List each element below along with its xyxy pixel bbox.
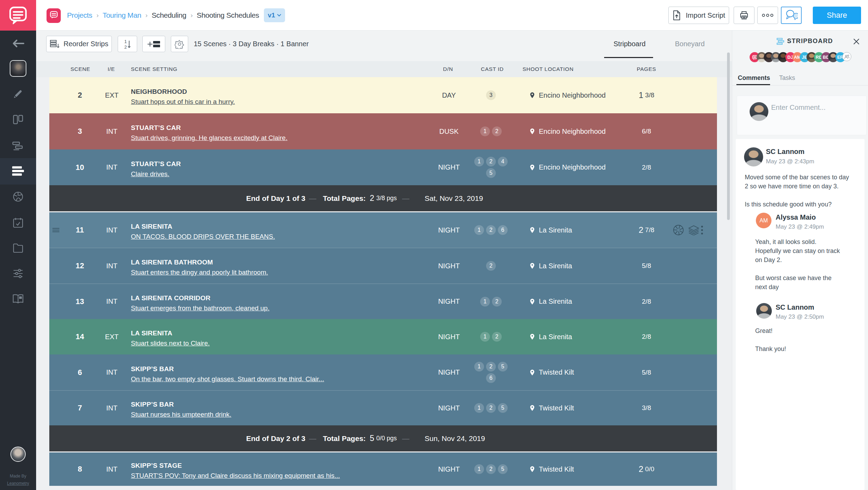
svg-text:2: 2 [124,44,127,50]
svg-text:1: 1 [124,39,127,44]
